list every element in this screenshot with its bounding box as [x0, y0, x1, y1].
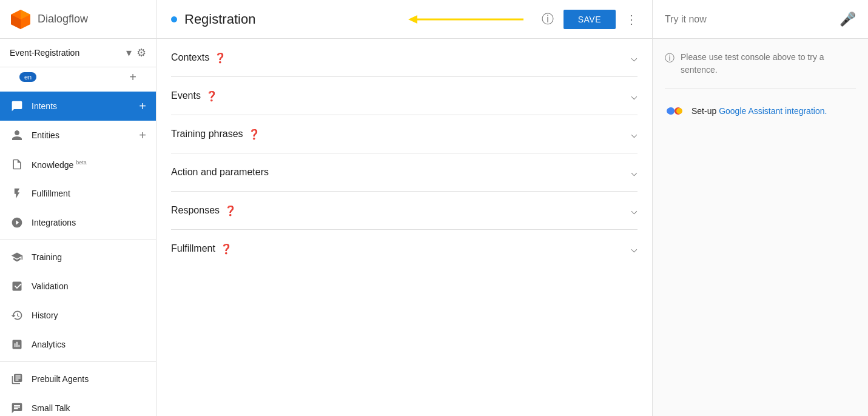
svg-marker-4 [408, 15, 417, 24]
responses-section[interactable]: Responses ❓ ⌵ [171, 192, 638, 230]
prebuilt-icon [10, 372, 24, 386]
divider [665, 89, 856, 89]
status-dot [171, 16, 177, 22]
action-parameters-chevron: ⌵ [631, 166, 638, 179]
events-help-icon[interactable]: ❓ [206, 90, 218, 102]
history-label: History [32, 310, 146, 320]
agent-selector[interactable]: Event-Registration ▾ [10, 46, 132, 59]
training-phrases-section[interactable]: Training phrases ❓ ⌵ [171, 115, 638, 153]
analytics-icon [10, 337, 24, 352]
training-phrases-help-icon[interactable]: ❓ [248, 129, 260, 140]
contexts-section[interactable]: Contexts ❓ ⌵ [171, 39, 638, 77]
responses-chevron: ⌵ [631, 204, 638, 217]
info-icon[interactable]: ⓘ [542, 11, 554, 27]
validation-label: Validation [32, 281, 146, 291]
sidebar-item-intents[interactable]: Intents + [0, 92, 156, 121]
chevron-down-icon: ▾ [126, 46, 132, 59]
arrow-annotation [408, 10, 542, 29]
agent-name: Event-Registration [10, 48, 126, 58]
bolt-icon [10, 186, 24, 201]
sidebar-item-integrations[interactable]: Integrations [0, 208, 156, 237]
sidebar-item-analytics[interactable]: Analytics [0, 330, 156, 359]
setup-prefix: Set-up [691, 106, 719, 116]
save-button[interactable]: SAVE [564, 10, 616, 29]
prebuilt-agents-label: Prebuilt Agents [32, 374, 146, 384]
svg-point-8 [667, 108, 673, 114]
responses-help-icon[interactable]: ❓ [224, 205, 237, 216]
more-options-icon[interactable]: ⋮ [625, 12, 638, 27]
fulfillment-label: Fulfillment [32, 189, 146, 198]
events-chevron: ⌵ [631, 89, 638, 102]
sidebar-nav: Intents + Entities + Knowledge bet [0, 92, 156, 416]
doc-icon [10, 157, 24, 172]
fulfillment-section[interactable]: Fulfillment ❓ ⌵ [171, 230, 638, 267]
sidebar-item-knowledge[interactable]: Knowledge beta [0, 150, 156, 179]
sidebar-item-validation[interactable]: Validation [0, 272, 156, 301]
google-assistant-icon [665, 101, 684, 121]
small-talk-label: Small Talk [32, 403, 146, 413]
add-entity-button[interactable]: + [139, 129, 146, 143]
training-label: Training [32, 252, 146, 262]
dialogflow-logo [10, 8, 32, 30]
add-language-button[interactable]: + [129, 70, 146, 84]
svg-point-9 [676, 108, 682, 114]
sidebar-item-training[interactable]: Training [0, 243, 156, 272]
fulfillment-help-icon[interactable]: ❓ [220, 243, 232, 255]
training-phrases-title: Training phrases [171, 129, 243, 139]
intent-sections: Contexts ❓ ⌵ Events ❓ ⌵ Training phrases… [156, 39, 652, 416]
training-icon [10, 250, 24, 264]
settings-icon[interactable]: ⚙ [136, 46, 146, 59]
info-text: Please use test console above to try a s… [681, 51, 856, 76]
training-phrases-chevron: ⌵ [631, 127, 638, 141]
events-title: Events [171, 90, 201, 101]
sidebar-item-history[interactable]: History [0, 301, 156, 330]
language-badge[interactable]: en [19, 72, 36, 82]
sidebar-item-entities[interactable]: Entities + [0, 121, 156, 150]
events-section[interactable]: Events ❓ ⌵ [171, 77, 638, 115]
google-assistant-link[interactable]: Google Assistant integration. [719, 106, 827, 116]
action-parameters-section[interactable]: Action and parameters ⌵ [171, 153, 638, 192]
intents-label: Intents [32, 101, 139, 111]
chat-icon [10, 99, 24, 113]
app-name: Dialogflow [38, 13, 88, 25]
person-icon [10, 128, 24, 143]
small-talk-icon [10, 401, 24, 415]
integrations-icon [10, 215, 24, 230]
sidebar-item-prebuilt-agents[interactable]: Prebuilt Agents [0, 364, 156, 394]
info-circle-icon: ⓘ [665, 52, 675, 65]
fulfillment-section-title: Fulfillment [171, 243, 215, 254]
contexts-chevron: ⌵ [631, 51, 638, 64]
add-intent-button[interactable]: + [139, 99, 146, 113]
setup-text: Set-up Google Assistant integration. [691, 106, 827, 116]
analytics-label: Analytics [32, 340, 146, 349]
try-it-now-label: Try it now [665, 14, 839, 25]
fulfillment-chevron: ⌵ [631, 242, 638, 255]
entities-label: Entities [32, 130, 139, 140]
microphone-icon[interactable]: 🎤 [839, 12, 856, 27]
history-icon [10, 308, 24, 323]
integrations-label: Integrations [32, 218, 146, 227]
knowledge-label: Knowledge beta [32, 159, 146, 170]
intent-title: Registration [184, 12, 403, 27]
action-parameters-title: Action and parameters [171, 167, 269, 178]
sidebar-item-fulfillment[interactable]: Fulfillment [0, 179, 156, 208]
contexts-help-icon[interactable]: ❓ [214, 52, 226, 64]
sidebar-item-small-talk[interactable]: Small Talk [0, 394, 156, 416]
responses-title: Responses [171, 205, 220, 216]
validation-icon [10, 279, 24, 294]
contexts-title: Contexts [171, 52, 209, 63]
